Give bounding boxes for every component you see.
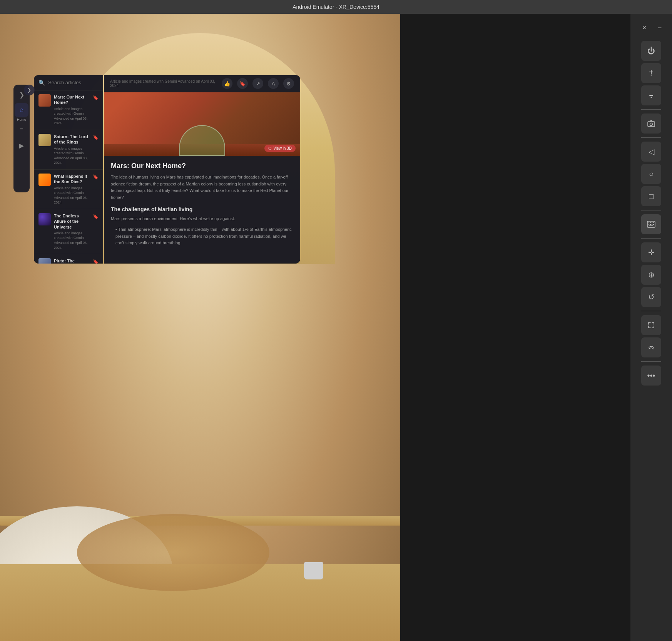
svg-point-1 bbox=[651, 97, 652, 98]
keyboard-button[interactable] bbox=[641, 214, 661, 234]
reader-bullet-1: • Thin atmosphere: Mars' atmosphere is i… bbox=[111, 226, 293, 247]
close-button[interactable]: × bbox=[638, 22, 650, 34]
volume-down-button[interactable] bbox=[641, 85, 661, 105]
svg-point-0 bbox=[651, 75, 652, 76]
article-content: Saturn: The Lord of the Rings Article an… bbox=[54, 134, 90, 165]
reader-article-title: Mars: Our Next Home? bbox=[111, 162, 293, 170]
view-3d-button[interactable]: ⬡ View in 3D bbox=[264, 145, 296, 152]
nav-item-list[interactable]: ≡ bbox=[15, 123, 28, 137]
panel-collapse-button[interactable]: ❯ bbox=[24, 85, 35, 95]
title-bar-text: Android Emulator - XR_Device:5554 bbox=[293, 4, 379, 10]
article-content: Mars: Our Next Home? Article and images … bbox=[54, 94, 90, 126]
article-meta: Article and images created with Gemini A… bbox=[54, 107, 90, 126]
volume-up-button[interactable] bbox=[641, 63, 661, 83]
svg-rect-5 bbox=[649, 222, 649, 223]
article-title: The Endless Allure of the Universe bbox=[54, 213, 90, 230]
emulator-controls-sidebar: × − ⏻ ◁ ○ □ bbox=[630, 14, 672, 641]
article-content: Pluto: The Mysterious and Beloved Dwarf.… bbox=[54, 258, 90, 264]
list-item[interactable]: Mars: Our Next Home? Article and images … bbox=[34, 90, 103, 130]
emulator-buttons: ⏻ ◁ ○ □ bbox=[630, 41, 672, 386]
article-thumb-saturn bbox=[38, 134, 51, 146]
nav-btn-list[interactable]: ≡ bbox=[15, 123, 28, 137]
settings-button[interactable]: ⚙ bbox=[283, 78, 294, 89]
article-thumb-mars bbox=[38, 94, 51, 107]
nav-btn-home[interactable]: ⌂ bbox=[15, 103, 28, 117]
window-controls: × − bbox=[630, 22, 672, 34]
reader-hero-image: ⬡ View in 3D bbox=[104, 92, 300, 156]
divider bbox=[641, 238, 662, 239]
bookmark-button[interactable]: 🔖 bbox=[237, 78, 248, 89]
svg-rect-11 bbox=[652, 224, 652, 225]
reader-section-1-title: The challenges of Martian living bbox=[111, 206, 293, 212]
reader-body: Mars: Our Next Home? The idea of humans … bbox=[104, 156, 300, 264]
back-button[interactable]: ◁ bbox=[641, 142, 661, 162]
move-button[interactable]: ✛ bbox=[641, 242, 661, 262]
svg-rect-13 bbox=[649, 225, 653, 226]
more-button[interactable]: ••• bbox=[641, 366, 661, 386]
divider bbox=[641, 210, 662, 210]
reader-meta-text: Article and images created with Gemini A… bbox=[110, 79, 222, 88]
view-3d-icon: ⬡ bbox=[268, 146, 272, 150]
article-meta: Article and images created with Gemini A… bbox=[54, 146, 90, 165]
svg-rect-6 bbox=[650, 222, 651, 223]
search-input[interactable] bbox=[48, 80, 103, 85]
collapse-screen-button[interactable] bbox=[641, 315, 661, 335]
power-button[interactable]: ⏻ bbox=[641, 41, 661, 61]
article-title: Mars: Our Next Home? bbox=[54, 94, 90, 105]
article-content: What Happens if the Sun Dies? Article an… bbox=[54, 174, 90, 205]
gesture-button[interactable] bbox=[641, 337, 661, 357]
article-reader-panel: Article and images created with Gemini A… bbox=[104, 75, 300, 264]
search-icon: 🔍 bbox=[38, 80, 45, 86]
divider bbox=[641, 109, 662, 110]
reader-actions: 👍 🔖 ↗ A ⚙ bbox=[222, 78, 294, 89]
article-title: Saturn: The Lord of the Rings bbox=[54, 134, 90, 145]
bookmark-icon[interactable]: 🔖 bbox=[93, 259, 99, 264]
article-meta: Article and images created with Gemini A… bbox=[54, 186, 90, 205]
svg-rect-8 bbox=[653, 222, 654, 223]
rotate-button[interactable]: ↺ bbox=[641, 287, 661, 307]
share-button[interactable]: ↗ bbox=[252, 78, 263, 89]
search-bar: 🔍 ⋮ bbox=[34, 75, 103, 90]
divider bbox=[641, 361, 662, 362]
nav-btn-video[interactable]: ▶ bbox=[15, 139, 28, 152]
bookmark-icon[interactable]: 🔖 bbox=[93, 95, 99, 100]
article-thumb-pluto bbox=[38, 258, 51, 264]
reader-section-1-text: Mars presents a harsh environment. Here'… bbox=[111, 215, 293, 222]
divider bbox=[641, 311, 662, 311]
list-item[interactable]: The Endless Allure of the Universe Artic… bbox=[34, 209, 103, 254]
reader-intro-text: The idea of humans living on Mars has ca… bbox=[111, 174, 293, 201]
text-size-button[interactable]: A bbox=[268, 78, 279, 89]
article-content: The Endless Allure of the Universe Artic… bbox=[54, 213, 90, 250]
svg-point-3 bbox=[650, 123, 653, 126]
view-3d-label: View in 3D bbox=[273, 146, 292, 150]
svg-rect-9 bbox=[649, 224, 649, 225]
reader-toolbar: Article and images created with Gemini A… bbox=[104, 75, 300, 92]
coffee-table bbox=[77, 514, 269, 591]
bookmark-icon[interactable]: 🔖 bbox=[93, 174, 99, 180]
zoom-button[interactable]: ⊕ bbox=[641, 265, 661, 285]
divider bbox=[641, 137, 662, 138]
list-item[interactable]: Saturn: The Lord of the Rings Article an… bbox=[34, 130, 103, 170]
article-title: What Happens if the Sun Dies? bbox=[54, 174, 90, 185]
svg-rect-10 bbox=[650, 224, 651, 225]
minimize-button[interactable]: − bbox=[654, 22, 666, 34]
title-bar: Android Emulator - XR_Device:5554 bbox=[0, 0, 672, 14]
nav-item-video[interactable]: ▶ bbox=[15, 139, 28, 152]
list-item[interactable]: Pluto: The Mysterious and Beloved Dwarf.… bbox=[34, 254, 103, 264]
nav-item-home[interactable]: ⌂ Home bbox=[15, 103, 28, 122]
article-meta: Article and images created with Gemini A… bbox=[54, 231, 90, 250]
camera-button[interactable] bbox=[641, 114, 661, 134]
svg-rect-7 bbox=[652, 222, 652, 223]
article-thumb-galaxy bbox=[38, 213, 51, 225]
app-nav-sidebar: ❯ ⌂ Home ≡ ▶ bbox=[13, 85, 30, 192]
article-thumb-sun bbox=[38, 174, 51, 186]
home-button[interactable]: ○ bbox=[641, 164, 661, 184]
bookmark-icon[interactable]: 🔖 bbox=[93, 214, 99, 219]
like-button[interactable]: 👍 bbox=[222, 78, 232, 89]
list-item[interactable]: What Happens if the Sun Dies? Article an… bbox=[34, 170, 103, 209]
article-list-panel: 🔍 ⋮ Mars: Our Next Home? Article and ima… bbox=[34, 75, 103, 264]
svg-rect-12 bbox=[653, 224, 654, 225]
article-title: Pluto: The Mysterious and Beloved Dwarf.… bbox=[54, 258, 90, 264]
bookmark-icon[interactable]: 🔖 bbox=[93, 135, 99, 140]
recents-button[interactable]: □ bbox=[641, 186, 661, 206]
